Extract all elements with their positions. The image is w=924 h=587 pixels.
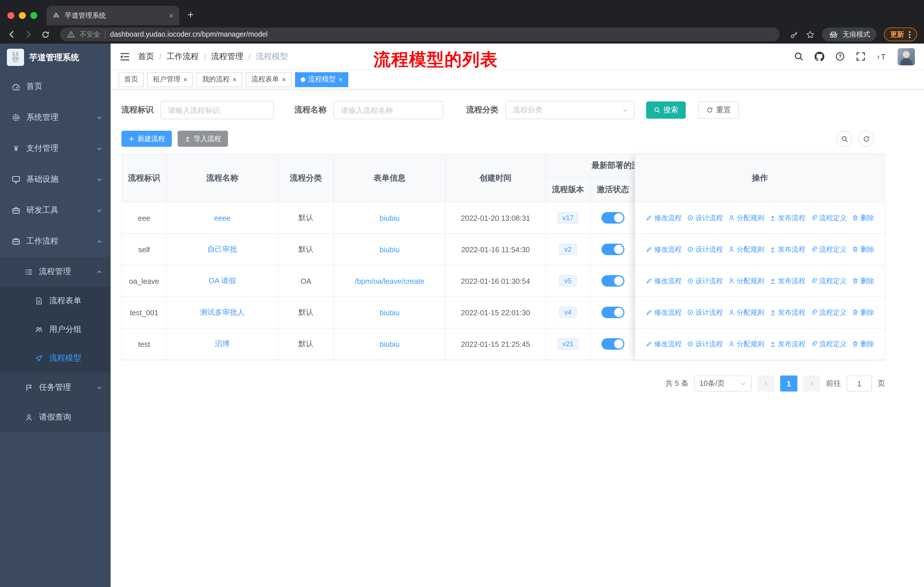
search-icon[interactable] [794,51,804,61]
row-action-delete[interactable]: 删除 [852,339,874,349]
row-action-modify[interactable]: 修改流程 [645,276,682,286]
row-action-publish[interactable]: 发布流程 [769,245,805,254]
prev-page-button[interactable] [757,375,774,392]
create-process-button[interactable]: 新建流程 [121,131,172,147]
form-info-link[interactable]: biubiu [380,308,399,317]
process-name-link[interactable]: 自己审批 [207,244,237,255]
goto-page-input[interactable] [846,375,872,392]
github-icon[interactable] [815,51,824,61]
row-action-definition[interactable]: 流程定义 [810,308,846,317]
sidebar-item-process-model[interactable]: 流程模型 [0,344,111,373]
page-size-select[interactable]: 10条/页 [694,375,752,392]
row-action-definition[interactable]: 流程定义 [810,276,846,286]
sidebar-item-process-form[interactable]: 流程表单 [0,287,111,315]
browser-tab[interactable]: 芋道管理系统 × [46,6,179,25]
password-key-icon[interactable] [790,30,799,39]
row-action-design[interactable]: 设计流程 [687,245,723,254]
process-name-link[interactable]: 滔博 [215,339,230,349]
tag-close-icon[interactable]: × [183,76,187,83]
breadcrumb-item-home[interactable]: 首页 [138,51,154,62]
app-logo[interactable]: 芋道管理系统 [0,43,111,71]
sidebar-item-leave-query[interactable]: 请假查询 [0,402,111,432]
version-tag[interactable]: v5 [559,275,577,287]
sidebar-item-payment[interactable]: ¥ 支付管理 [0,133,111,164]
form-info-link[interactable]: biubiu [380,340,399,348]
row-action-modify[interactable]: 修改流程 [645,339,682,349]
row-action-modify[interactable]: 修改流程 [645,213,682,223]
sidebar-item-home[interactable]: 首页 [0,71,111,102]
row-action-definition[interactable]: 流程定义 [810,339,846,349]
row-action-delete[interactable]: 删除 [852,276,874,286]
new-tab-button[interactable]: + [187,8,194,21]
row-action-publish[interactable]: 发布流程 [769,308,805,317]
browser-menu-button[interactable] [909,30,911,39]
row-action-definition[interactable]: 流程定义 [810,245,846,254]
version-tag[interactable]: v21 [558,338,579,350]
status-toggle[interactable] [602,307,624,318]
process-name-input[interactable] [333,101,443,119]
status-toggle[interactable] [602,338,624,350]
sidebar-item-system[interactable]: 系统管理 [0,102,111,133]
tab-close-button[interactable]: × [169,12,173,20]
user-avatar[interactable] [898,48,915,65]
row-action-design[interactable]: 设计流程 [687,308,723,317]
form-info-link[interactable]: biubiu [380,213,399,222]
back-button[interactable] [7,30,16,39]
tag-close-icon[interactable]: × [338,76,343,83]
window-maximize-button[interactable] [30,12,37,19]
tag-my-process[interactable]: 我的流程× [196,72,242,87]
status-toggle[interactable] [602,244,624,255]
tag-home[interactable]: 首页 [119,72,144,87]
search-button[interactable]: 搜索 [646,101,686,119]
update-button[interactable]: 更新 [884,28,917,41]
refresh-table-button[interactable] [858,131,874,147]
breadcrumb-item-workflow[interactable]: 工作流程 [167,51,199,62]
sidebar-item-devtools[interactable]: 研发工具 [0,195,111,226]
row-action-assign-rules[interactable]: 分配规则 [728,339,764,349]
tag-close-icon[interactable]: × [233,76,237,83]
tag-tenant-management[interactable]: 租户管理× [147,72,193,87]
process-name-link[interactable]: OA 请假 [208,276,236,286]
page-number-button[interactable]: 1 [780,375,797,392]
process-name-link[interactable]: 测试多审批人 [200,307,244,317]
version-tag[interactable]: v17 [558,212,579,224]
row-action-assign-rules[interactable]: 分配规则 [728,308,764,317]
row-action-design[interactable]: 设计流程 [687,213,723,223]
version-tag[interactable]: v4 [559,307,577,318]
process-id-input[interactable] [160,101,274,119]
forward-button[interactable] [24,30,33,39]
next-page-button[interactable] [803,375,820,392]
row-action-assign-rules[interactable]: 分配规则 [728,276,764,286]
row-action-assign-rules[interactable]: 分配规则 [728,245,764,254]
security-badge[interactable]: 不安全 [80,30,100,39]
fullscreen-icon[interactable] [856,51,866,61]
import-process-button[interactable]: 导入流程 [178,131,228,147]
row-action-assign-rules[interactable]: 分配规则 [728,213,764,223]
reload-button[interactable] [41,30,50,39]
tag-process-form[interactable]: 流程表单× [246,72,292,87]
status-toggle[interactable] [602,275,624,287]
sidebar-item-infrastructure[interactable]: 基础设施 [0,164,111,195]
row-action-publish[interactable]: 发布流程 [769,213,805,223]
url-text[interactable]: dashboard.yudao.iocoder.cn/bpm/manager/m… [110,30,267,38]
process-name-link[interactable]: eeee [214,213,231,222]
help-icon[interactable]: ? [835,51,845,61]
sidebar-item-process-management[interactable]: 流程管理 [0,257,111,287]
font-size-icon[interactable]: TT [876,52,887,61]
tag-close-icon[interactable]: × [282,76,286,83]
row-action-delete[interactable]: 删除 [852,245,874,254]
sidebar-item-workflow[interactable]: 工作流程 [0,226,111,257]
reset-button[interactable]: 重置 [698,101,739,119]
sidebar-item-user-group[interactable]: 用户分组 [0,315,111,344]
row-action-definition[interactable]: 流程定义 [810,213,846,223]
breadcrumb-item-process-management[interactable]: 流程管理 [211,51,243,62]
bookmark-star-button[interactable] [806,30,815,39]
row-action-publish[interactable]: 发布流程 [769,339,805,349]
process-category-select[interactable]: 流程分类 [505,101,635,119]
address-bar[interactable]: 不安全 dashboard.yudao.iocoder.cn/bpm/manag… [60,28,780,41]
version-tag[interactable]: v2 [559,244,577,255]
row-action-modify[interactable]: 修改流程 [645,308,682,317]
tag-process-model[interactable]: 流程模型× [295,72,348,87]
toggle-search-button[interactable] [837,131,852,147]
window-minimize-button[interactable] [19,12,26,19]
